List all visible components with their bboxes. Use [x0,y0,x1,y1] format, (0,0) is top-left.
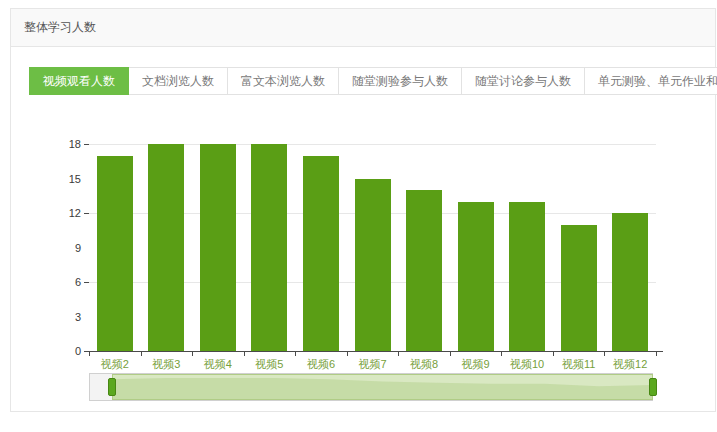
datazoom-left-handle[interactable] [108,378,116,396]
tab-4[interactable]: 随堂测验参与人数 [338,67,462,95]
bar-视频10[interactable] [509,202,545,352]
tab-1[interactable]: 视频观看人数 [29,67,129,95]
x-axis-label-1: 视频2 [89,357,141,372]
x-axis-tick-mark [244,352,245,356]
bar-视频4[interactable] [200,144,236,351]
x-axis-tick-mark [656,352,657,356]
panel-header: 整体学习人数 [11,9,715,47]
y-axis-tick-label: 12 [51,207,81,219]
x-axis-tick-mark [295,352,296,356]
tab-2[interactable]: 文档浏览人数 [128,67,228,95]
y-axis-tick-mark [84,144,89,145]
x-axis-label-10: 视频11 [553,357,605,372]
tab-3[interactable]: 富文本浏览人数 [227,67,339,95]
tab-6[interactable]: 单元测验、单元作业和考试 [584,67,717,95]
x-axis-tick-mark [604,352,605,356]
x-axis-tick-mark [192,352,193,356]
x-axis-tick-mark [398,352,399,356]
x-axis-label-2: 视频3 [141,357,193,372]
x-axis-label-11: 视频12 [604,357,656,372]
bar-视频5[interactable] [251,144,287,351]
bar-视频2[interactable] [97,156,133,352]
tab-5[interactable]: 随堂讨论参与人数 [461,67,585,95]
x-axis-tick-mark [553,352,554,356]
y-axis-tick-label: 0 [51,345,81,357]
y-axis-tick-label: 6 [51,276,81,288]
x-axis-label-7: 视频8 [398,357,450,372]
bar-视频12[interactable] [612,213,648,351]
metric-tabs: 视频观看人数文档浏览人数富文本浏览人数随堂测验参与人数随堂讨论参与人数单元测验、… [29,67,717,95]
x-axis-tick-mark [141,352,142,356]
y-axis-tick-label: 15 [51,173,81,185]
x-axis-label-5: 视频6 [295,357,347,372]
x-axis-tick-mark [89,352,90,356]
y-axis-tick-label: 18 [51,138,81,150]
bar-视频7[interactable] [355,179,391,352]
y-axis-tick-mark [84,213,89,214]
x-axis-label-8: 视频9 [450,357,502,372]
x-axis-label-6: 视频7 [347,357,399,372]
bar-视频3[interactable] [148,144,184,351]
bar-chart: 0369121518视频2视频3视频4视频5视频6视频7视频8视频9视频10视频… [11,121,717,413]
x-axis-tick-mark [347,352,348,356]
datazoom-selected-region[interactable] [112,374,653,400]
bar-视频11[interactable] [561,225,597,352]
y-axis-tick-mark [84,282,89,283]
x-axis-label-3: 视频4 [192,357,244,372]
x-axis-line [84,351,663,352]
bar-视频9[interactable] [458,202,494,352]
x-axis-tick-mark [450,352,451,356]
x-axis-label-4: 视频5 [244,357,296,372]
y-axis-tick-label: 3 [51,311,81,323]
bar-视频6[interactable] [303,156,339,352]
x-axis-tick-mark [501,352,502,356]
datazoom-right-handle[interactable] [649,378,657,396]
x-axis-label-9: 视频10 [501,357,553,372]
y-axis-tick-label: 9 [51,242,81,254]
panel-title: 整体学习人数 [24,19,96,36]
datazoom-data-shadow [113,375,652,399]
overall-learners-panel: 整体学习人数 视频观看人数文档浏览人数富文本浏览人数随堂测验参与人数随堂讨论参与… [10,8,716,412]
bar-视频8[interactable] [406,190,442,351]
